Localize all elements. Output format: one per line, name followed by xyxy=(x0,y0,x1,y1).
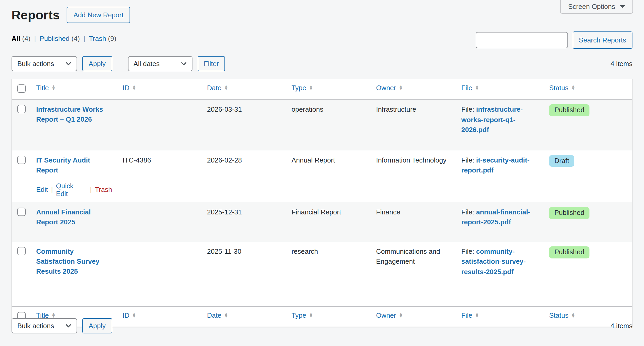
report-owner: Communications and Engagement xyxy=(376,246,451,267)
file-label: File: xyxy=(461,208,474,216)
view-published-count: (4) xyxy=(72,35,80,42)
file-label: File: xyxy=(461,105,474,113)
chevron-down-icon xyxy=(181,62,186,66)
bulk-actions-label: Bulk actions xyxy=(17,322,54,330)
page-title: Reports xyxy=(12,8,60,22)
view-published-link[interactable]: Published xyxy=(40,35,69,42)
sort-icon: ▲▼ xyxy=(224,85,228,91)
table-row: Infrastructure Works Report – Q1 2026 20… xyxy=(12,99,632,150)
file-label: File: xyxy=(461,247,474,255)
tablenav-top: Bulk actions Apply All dates Filter 4 it… xyxy=(12,56,632,71)
column-header-id[interactable]: ID▲▼ xyxy=(123,84,136,92)
report-type: operations xyxy=(292,104,323,115)
column-header-title[interactable]: Title▲▼ xyxy=(36,84,56,92)
sort-icon: ▲▼ xyxy=(399,85,403,91)
report-date: 2025-11-30 xyxy=(207,246,241,256)
view-trash-count: (9) xyxy=(108,35,116,42)
filter-button[interactable]: Filter xyxy=(197,56,225,71)
chevron-down-icon xyxy=(620,5,625,8)
action-separator: | xyxy=(90,186,92,193)
table-row: Annual Financial Report 2025 2025-12-31 … xyxy=(12,202,632,241)
select-row-checkbox[interactable] xyxy=(17,105,26,113)
items-count-bottom: 4 items xyxy=(610,318,632,333)
screen-options-label: Screen Options xyxy=(568,3,615,10)
view-all-count: (4) xyxy=(22,35,31,42)
report-owner: Finance xyxy=(376,207,400,217)
column-header-file[interactable]: File▲▼ xyxy=(461,84,479,92)
reports-table: Title▲▼ ID▲▼ Date▲▼ Type▲▼ Owner▲▼ File▲… xyxy=(12,79,632,327)
report-title-link[interactable]: Infrastructure Works Report – Q1 2026 xyxy=(36,104,112,124)
search-input[interactable] xyxy=(475,32,568,48)
view-separator: | xyxy=(83,35,85,42)
search-reports-button[interactable]: Search Reports xyxy=(572,31,632,49)
tablenav-bottom: Bulk actions Apply 4 items xyxy=(12,318,632,333)
apply-button-bottom[interactable]: Apply xyxy=(82,318,112,333)
report-type: Annual Report xyxy=(292,155,335,165)
status-filter-views: All (4) | Published (4) | Trash (9) xyxy=(12,35,116,42)
column-header-status[interactable]: Status▲▼ xyxy=(549,84,575,92)
action-separator: | xyxy=(51,186,53,193)
select-row-checkbox[interactable] xyxy=(17,247,26,255)
trash-link[interactable]: Trash xyxy=(95,186,112,193)
table-row: Community Satisfaction Survey Results 20… xyxy=(12,241,632,306)
chevron-down-icon xyxy=(66,62,71,66)
select-all-checkbox[interactable] xyxy=(17,84,26,93)
table-header-row: Title▲▼ ID▲▼ Date▲▼ Type▲▼ Owner▲▼ File▲… xyxy=(12,79,632,99)
sort-icon: ▲▼ xyxy=(51,313,56,318)
sort-icon: ▲▼ xyxy=(132,85,136,91)
select-row-checkbox[interactable] xyxy=(17,155,26,164)
file-label: File: xyxy=(461,156,474,164)
reports-admin-page: Reports Add New Report Screen Options Al… xyxy=(0,0,644,346)
table-row: IT Security Audit Report Edit | Quick Ed… xyxy=(12,150,632,202)
search-box: Search Reports xyxy=(475,32,632,49)
row-actions: Edit | Quick Edit | Trash xyxy=(36,182,112,197)
bulk-actions-label: Bulk actions xyxy=(17,60,54,68)
view-trash-link[interactable]: Trash xyxy=(89,35,106,42)
sort-icon: ▲▼ xyxy=(309,85,313,91)
bulk-actions-select[interactable]: Bulk actions xyxy=(12,56,77,71)
sort-icon: ▲▼ xyxy=(475,313,479,318)
status-badge: Published xyxy=(549,207,589,219)
screen-options-button[interactable]: Screen Options xyxy=(560,0,633,14)
report-id: ITC-4386 xyxy=(123,155,151,165)
report-type: research xyxy=(292,246,318,256)
status-badge: Published xyxy=(549,104,589,116)
sort-icon: ▲▼ xyxy=(132,313,136,318)
sort-icon: ▲▼ xyxy=(399,313,403,318)
report-title-link[interactable]: Community Satisfaction Survey Results 20… xyxy=(36,246,112,276)
report-owner: Information Technology xyxy=(376,155,446,165)
report-date: 2025-12-31 xyxy=(207,207,242,217)
items-count-top: 4 items xyxy=(610,56,632,71)
sort-icon: ▲▼ xyxy=(571,313,575,318)
edit-link[interactable]: Edit xyxy=(36,186,48,193)
bulk-actions-select-bottom[interactable]: Bulk actions xyxy=(12,318,77,333)
sort-icon: ▲▼ xyxy=(475,85,479,91)
report-date: 2026-03-31 xyxy=(207,104,242,115)
report-title-link[interactable]: IT Security Audit Report xyxy=(36,155,112,175)
sort-icon: ▲▼ xyxy=(571,85,575,91)
quick-edit-link[interactable]: Quick Edit xyxy=(56,182,87,197)
all-dates-select[interactable]: All dates xyxy=(128,56,192,71)
chevron-down-icon xyxy=(66,324,71,328)
sort-icon: ▲▼ xyxy=(309,313,313,318)
column-header-date[interactable]: Date▲▼ xyxy=(207,84,228,92)
report-title-link[interactable]: Annual Financial Report 2025 xyxy=(36,207,112,227)
apply-button-top[interactable]: Apply xyxy=(82,56,112,71)
column-header-owner[interactable]: Owner▲▼ xyxy=(376,84,403,92)
select-row-checkbox[interactable] xyxy=(17,207,26,216)
view-all-link[interactable]: All xyxy=(12,35,20,42)
status-badge: Published xyxy=(549,246,589,258)
all-dates-label: All dates xyxy=(133,60,160,68)
sort-icon: ▲▼ xyxy=(51,85,56,91)
report-type: Financial Report xyxy=(292,207,341,217)
report-date: 2026-02-28 xyxy=(207,155,242,165)
add-new-report-button[interactable]: Add New Report xyxy=(67,7,130,23)
status-badge: Draft xyxy=(549,155,574,167)
page-header: Reports Add New Report xyxy=(12,7,130,23)
view-separator: | xyxy=(34,35,36,42)
column-header-type[interactable]: Type▲▼ xyxy=(292,84,313,92)
sort-icon: ▲▼ xyxy=(224,313,228,318)
report-owner: Infrastructure xyxy=(376,104,416,115)
